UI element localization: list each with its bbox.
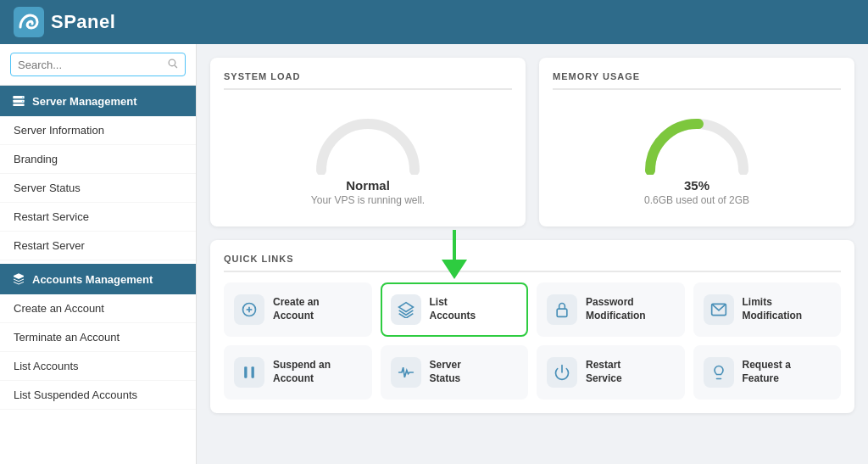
main-content: SYSTEM LOAD Normal Your VPS is running w…: [197, 44, 868, 464]
ql-list-accounts-wrap: ListAccounts: [381, 282, 529, 337]
layers-icon: [391, 294, 421, 325]
ql-list-accounts[interactable]: ListAccounts: [381, 282, 529, 337]
plus-circle-icon: [234, 294, 264, 325]
search-input[interactable]: [18, 59, 167, 71]
sidebar-section-accounts-management[interactable]: Accounts Management: [0, 264, 196, 294]
ql-request-feature-label: Request aFeature: [743, 359, 791, 385]
sidebar-item-label: Server Information: [14, 124, 104, 137]
bars-icon: [234, 357, 264, 388]
ql-restart-service[interactable]: RestartService: [537, 345, 685, 400]
envelope-icon: [704, 294, 734, 325]
sidebar-item-label: Terminate an Account: [14, 331, 120, 344]
system-load-svg: [309, 107, 427, 175]
power-icon: [547, 357, 577, 388]
memory-usage-svg: [637, 107, 756, 175]
system-load-gauge: Normal Your VPS is running well.: [224, 100, 512, 213]
app-title: SPanel: [51, 11, 115, 33]
ql-restart-service-label: RestartService: [586, 359, 622, 385]
ql-list-accounts-label: ListAccounts: [430, 296, 476, 322]
sidebar-item-create-account[interactable]: Create an Account: [0, 294, 196, 323]
sidebar-item-terminate-account[interactable]: Terminate an Account: [0, 323, 196, 352]
sidebar-item-label: Restart Server: [14, 239, 85, 252]
search-box: [0, 44, 196, 86]
accounts-management-label: Accounts Management: [32, 273, 153, 286]
server-management-icon: [12, 94, 25, 108]
svg-point-1: [169, 59, 175, 66]
ql-create-account[interactable]: Create anAccount: [224, 282, 372, 337]
app-header: SPanel: [0, 0, 868, 44]
memory-usage-detail: 0.6GB used out of 2GB: [644, 194, 749, 206]
quick-links-grid: Create anAccount: [224, 282, 841, 400]
spanel-logo-icon: [14, 7, 44, 37]
sidebar: Server Management Server Information Bra…: [0, 44, 197, 464]
pulse-icon: [391, 357, 421, 388]
ql-limits-modification[interactable]: LimitsModification: [693, 282, 842, 337]
sidebar-item-restart-service[interactable]: Restart Service: [0, 203, 196, 232]
system-load-status: Normal: [346, 178, 390, 193]
main-layout: Server Management Server Information Bra…: [0, 44, 868, 464]
svg-line-2: [175, 65, 177, 68]
system-load-card: SYSTEM LOAD Normal Your VPS is running w…: [210, 58, 526, 226]
sidebar-item-label: Server Status: [14, 182, 81, 194]
svg-rect-16: [244, 366, 247, 377]
quick-links-card: QUICK LINKS Create anAccount: [210, 240, 854, 413]
system-load-description: Your VPS is running well.: [311, 194, 425, 206]
svg-marker-13: [398, 303, 413, 312]
svg-rect-14: [557, 309, 567, 316]
svg-point-7: [22, 101, 23, 102]
server-management-label: Server Management: [32, 95, 137, 108]
system-load-title: SYSTEM LOAD: [224, 71, 512, 90]
ql-password-modification[interactable]: PasswordModification: [537, 282, 685, 337]
quick-links-title: QUICK LINKS: [224, 254, 841, 272]
logo-container: SPanel: [14, 7, 115, 37]
sidebar-item-label: Restart Service: [14, 210, 89, 223]
svg-rect-5: [13, 103, 24, 106]
ql-suspend-account-label: Suspend anAccount: [273, 359, 331, 385]
sidebar-item-restart-server[interactable]: Restart Server: [0, 232, 196, 260]
memory-usage-percent: 35%: [684, 178, 709, 193]
svg-point-6: [22, 97, 23, 98]
accounts-management-icon: [12, 272, 25, 286]
memory-usage-title: MEMORY USAGE: [553, 71, 841, 90]
lock-icon: [547, 294, 577, 325]
stats-cards-row: SYSTEM LOAD Normal Your VPS is running w…: [210, 58, 854, 226]
ql-suspend-account[interactable]: Suspend anAccount: [224, 345, 372, 400]
svg-rect-17: [252, 366, 254, 377]
memory-usage-gauge: 35% 0.6GB used out of 2GB: [553, 100, 841, 213]
sidebar-item-server-information[interactable]: Server Information: [0, 116, 196, 145]
ql-limits-modification-label: LimitsModification: [743, 296, 803, 322]
sidebar-item-branding[interactable]: Branding: [0, 145, 196, 174]
sidebar-item-list-accounts[interactable]: List Accounts: [0, 352, 196, 381]
sidebar-item-list-suspended-accounts[interactable]: List Suspended Accounts: [0, 381, 196, 410]
ql-request-feature[interactable]: Request aFeature: [693, 345, 842, 400]
sidebar-item-label: List Suspended Accounts: [14, 389, 137, 401]
sidebar-item-label: Create an Account: [14, 302, 104, 315]
search-icon: [167, 58, 178, 71]
search-input-wrap[interactable]: [10, 53, 186, 76]
bulb-icon: [704, 357, 734, 388]
sidebar-item-label: List Accounts: [14, 360, 79, 372]
ql-server-status-label: ServerStatus: [430, 359, 461, 385]
sidebar-item-server-status[interactable]: Server Status: [0, 174, 196, 203]
memory-usage-card: MEMORY USAGE 35% 0.6GB used out of 2GB: [539, 58, 854, 226]
ql-password-modification-label: PasswordModification: [586, 296, 646, 322]
sidebar-section-server-management[interactable]: Server Management: [0, 86, 196, 116]
ql-create-account-label: Create anAccount: [273, 296, 320, 322]
ql-server-status[interactable]: ServerStatus: [381, 345, 529, 400]
sidebar-item-label: Branding: [14, 153, 58, 165]
